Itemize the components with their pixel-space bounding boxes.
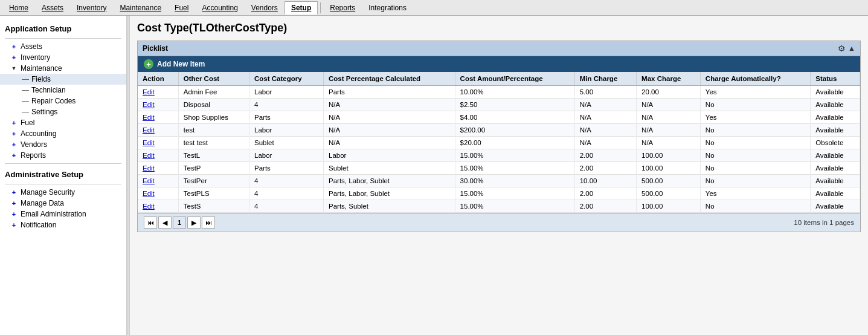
cell-other-cost: test [178, 124, 249, 137]
cell-cost-pct-calc: Parts, Labor, Sublet [324, 175, 455, 187]
sidebar-label-manage-security: Manage Security [21, 188, 75, 197]
cell-other-cost: Shop Supplies [178, 111, 249, 124]
sidebar-item-inventory[interactable]: + Inventory [0, 52, 126, 63]
gear-button[interactable]: ⚙ [838, 44, 846, 53]
sidebar-sub-item-technician[interactable]: — Technician [0, 85, 126, 96]
table-header-row: Action Other Cost Cost Category Cost Per… [138, 72, 860, 86]
expand-icon-manage-data: + [10, 199, 18, 207]
sidebar-label-reports: Reports [21, 151, 46, 160]
add-new-bar[interactable]: + Add New Item [138, 56, 860, 72]
cell-min-charge: N/A [574, 124, 636, 137]
table-row: Edit test test Sublet N/A $20.00 N/A N/A… [138, 137, 860, 149]
nav-item-setup[interactable]: Setup [285, 1, 318, 15]
nav-item-fuel[interactable]: Fuel [168, 1, 195, 15]
cell-cost-pct-calc: Sublet [324, 162, 455, 175]
nav-item-reports[interactable]: Reports [323, 1, 362, 15]
cell-cost-pct-calc: N/A [324, 137, 455, 149]
cell-other-cost: TestS [178, 200, 249, 213]
cell-cost-category: Labor [249, 86, 324, 99]
cell-other-cost: TestPer [178, 175, 249, 187]
nav-item-integrations[interactable]: Integrations [362, 1, 413, 15]
cell-cost-amt-pct: $200.00 [455, 124, 574, 137]
nav-item-vendors[interactable]: Vendors [245, 1, 285, 15]
page-current-button[interactable]: 1 [173, 216, 186, 229]
expand-icon-reports: + [10, 151, 18, 160]
cell-action: Edit [138, 137, 178, 149]
sidebar-divider-3 [5, 184, 121, 184]
sidebar-item-fuel[interactable]: + Fuel [0, 117, 126, 128]
page-next-button[interactable]: ▶ [187, 216, 201, 229]
sidebar-item-maintenance[interactable]: ▼ Maintenance [0, 63, 126, 74]
cell-action: Edit [138, 124, 178, 137]
edit-link[interactable]: Edit [143, 139, 155, 146]
cell-max-charge: 20.00 [637, 86, 701, 99]
col-cost-category: Cost Category [249, 72, 324, 86]
edit-link[interactable]: Edit [143, 114, 155, 121]
cell-status: Available [811, 162, 860, 175]
cell-charge-auto: No [700, 137, 810, 149]
cell-max-charge: N/A [637, 137, 701, 149]
edit-link[interactable]: Edit [143, 177, 155, 184]
sidebar-label-fuel: Fuel [21, 119, 34, 127]
cell-action: Edit [138, 86, 178, 99]
cell-max-charge: N/A [637, 99, 701, 111]
cell-cost-amt-pct: 15.00% [455, 162, 574, 175]
cell-charge-auto: Yes [700, 111, 810, 124]
cell-max-charge: 100.00 [637, 149, 701, 162]
cell-action: Edit [138, 149, 178, 162]
sidebar-label-fields: Fields [31, 75, 51, 83]
sidebar-sub-item-repair-codes[interactable]: — Repair Codes [0, 96, 126, 106]
cell-max-charge: N/A [637, 111, 701, 124]
nav-item-inventory[interactable]: Inventory [70, 1, 113, 15]
expand-icon-email-admin: + [10, 210, 18, 218]
edit-link[interactable]: Edit [143, 88, 155, 96]
cell-max-charge: 500.00 [637, 187, 701, 200]
sidebar-label-technician: Technician [31, 86, 66, 94]
cell-action: Edit [138, 200, 178, 213]
cell-min-charge: 2.00 [574, 200, 636, 213]
sidebar-sub-item-settings[interactable]: — Settings [0, 106, 126, 117]
sidebar-item-manage-security[interactable]: + Manage Security [0, 187, 126, 198]
cell-cost-category: 4 [249, 175, 324, 187]
sidebar-item-manage-data[interactable]: + Manage Data [0, 198, 126, 209]
col-status: Status [811, 72, 860, 86]
sidebar-item-email-admin[interactable]: + Email Administration [0, 209, 126, 220]
edit-link[interactable]: Edit [143, 164, 155, 172]
cell-cost-pct-calc: Labor [324, 149, 455, 162]
sidebar-item-vendors[interactable]: + Vendors [0, 139, 126, 150]
cell-min-charge: 2.00 [574, 162, 636, 175]
page-first-button[interactable]: ⏮ [144, 216, 157, 229]
expand-icon-maintenance: ▼ [10, 64, 18, 73]
expand-icon-fuel: + [10, 119, 18, 127]
sidebar-item-assets[interactable]: + Assets [0, 41, 126, 52]
page-prev-button[interactable]: ◀ [158, 216, 172, 229]
page-last-button[interactable]: ⏭ [202, 216, 215, 229]
cell-min-charge: N/A [574, 137, 636, 149]
table-row: Edit TestL Labor Labor 15.00% 2.00 100.0… [138, 149, 860, 162]
sidebar-item-reports[interactable]: + Reports [0, 150, 126, 161]
sidebar-sub-item-fields[interactable]: — Fields [0, 74, 126, 85]
cell-max-charge: 100.00 [637, 162, 701, 175]
edit-link[interactable]: Edit [143, 126, 155, 134]
cell-cost-category: Parts [249, 162, 324, 175]
sidebar-item-accounting[interactable]: + Accounting [0, 128, 126, 139]
edit-link[interactable]: Edit [143, 190, 155, 197]
sidebar-item-notification[interactable]: + Notification [0, 220, 126, 230]
cell-action: Edit [138, 111, 178, 124]
cell-cost-amt-pct: $20.00 [455, 137, 574, 149]
add-new-label: Add New Item [157, 60, 205, 68]
cell-cost-category: Labor [249, 124, 324, 137]
picklist-table: Action Other Cost Cost Category Cost Per… [138, 72, 860, 213]
nav-item-home[interactable]: Home [2, 1, 35, 15]
edit-link[interactable]: Edit [143, 152, 155, 159]
collapse-button[interactable]: ▲ [848, 44, 855, 53]
nav-item-accounting[interactable]: Accounting [195, 1, 244, 15]
edit-link[interactable]: Edit [143, 203, 155, 210]
edit-link[interactable]: Edit [143, 101, 155, 108]
nav-item-assets[interactable]: Assets [35, 1, 70, 15]
cell-cost-amt-pct: 15.00% [455, 200, 574, 213]
cell-max-charge: 500.00 [637, 175, 701, 187]
nav-item-maintenance[interactable]: Maintenance [113, 1, 168, 15]
picklist-header-controls: ⚙ ▲ [838, 44, 855, 53]
picklist-header: Picklist ⚙ ▲ [138, 41, 860, 56]
